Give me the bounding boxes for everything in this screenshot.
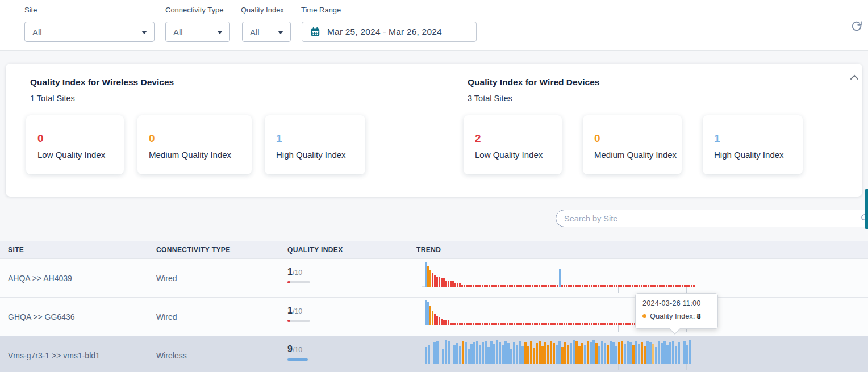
quality-summary-panel: Quality Index for Wireless Devices 1 Tot…	[6, 64, 862, 197]
wireless-medium-count: 0	[149, 132, 252, 145]
time-range-picker[interactable]: Mar 25, 2024 - Mar 26, 2024	[302, 22, 477, 42]
wireless-low-count: 0	[37, 132, 124, 145]
time-range-label: Time Range	[301, 6, 341, 14]
wireless-high-quality-card: 1 High Quality Index	[265, 115, 365, 174]
tooltip-datetime: 2024-03-26 11:00	[642, 299, 711, 307]
axis-tick	[550, 364, 550, 370]
quality-progress-fill	[287, 320, 290, 322]
quality-max: /10	[293, 346, 302, 354]
wireless-high-label: High Quality Index	[276, 150, 365, 160]
column-header-connectivity: CONNECTIVITY TYPE	[156, 241, 231, 258]
site-select-value: All	[25, 27, 42, 37]
site-cell: AHQA >> AH4039	[8, 259, 72, 298]
tooltip-value-line: Quality Index: 8	[642, 312, 711, 320]
chart-tooltip: 2024-03-26 11:00 Quality Index: 8	[635, 293, 718, 329]
column-header-trend: TREND	[416, 241, 441, 258]
axis-tick	[618, 364, 619, 370]
wireless-low-quality-card: 0 Low Quality Index	[26, 115, 124, 174]
axis-tick	[686, 364, 687, 370]
series-dot-icon	[642, 314, 646, 318]
wireless-medium-label: Medium Quality Index	[149, 150, 252, 160]
quality-value: 1	[287, 306, 293, 315]
table-row[interactable]: Vms-g7r3-1 >> vms1-bld1 Wireless 9/10	[0, 336, 868, 372]
axis-tick	[482, 364, 482, 370]
wired-total-sites: 3 Total Sites	[468, 94, 512, 103]
panel-divider	[443, 86, 443, 176]
search-input[interactable]	[556, 210, 868, 227]
quality-max: /10	[293, 307, 302, 315]
tooltip-arrow	[670, 328, 680, 333]
table-header: SITE CONNECTIVITY TYPE QUALITY INDEX TRE…	[0, 241, 868, 258]
connectivity-filter-label: Connectivity Type	[165, 6, 223, 14]
refresh-icon[interactable]	[850, 20, 863, 32]
wireless-low-label: Low Quality Index	[37, 150, 124, 160]
connectivity-select[interactable]: All	[165, 22, 230, 42]
axis-tick	[550, 325, 550, 332]
filter-bar: Site Connectivity Type Quality Index Tim…	[0, 0, 868, 51]
axis-tick	[482, 287, 482, 293]
wired-low-label: Low Quality Index	[475, 150, 562, 160]
quality-progress-track	[287, 281, 310, 283]
quality-max: /10	[293, 269, 302, 277]
wireless-panel-title: Quality Index for Wireless Devices	[30, 77, 174, 87]
wired-high-quality-card: 1 High Quality Index	[703, 115, 803, 174]
sites-table: SITE CONNECTIVITY TYPE QUALITY INDEX TRE…	[0, 241, 868, 372]
connectivity-cell: Wired	[156, 298, 177, 336]
quality-progress-fill	[287, 358, 308, 361]
caret-down-icon	[217, 31, 223, 34]
site-cell: Vms-g7r3-1 >> vms1-bld1	[8, 336, 100, 372]
connectivity-select-value: All	[166, 27, 183, 37]
wireless-medium-quality-card: 0 Medium Quality Index	[137, 115, 252, 174]
axis-tick	[686, 287, 687, 293]
site-select[interactable]: All	[24, 22, 155, 42]
quality-progress-fill	[287, 281, 290, 283]
column-header-site: SITE	[8, 241, 24, 258]
connectivity-cell: Wired	[156, 259, 177, 298]
axis-tick	[618, 287, 619, 293]
wired-high-count: 1	[714, 132, 803, 145]
quality-select[interactable]: All	[242, 22, 291, 42]
quality-index-cell: 1/10	[287, 267, 310, 283]
trend-cell[interactable]	[416, 259, 703, 298]
site-filter-label: Site	[24, 6, 37, 14]
caret-down-icon	[278, 31, 283, 34]
quality-index-cell: 1/10	[287, 306, 310, 322]
connectivity-cell: Wireless	[156, 336, 187, 372]
table-row[interactable]: AHQA >> AH4039 Wired 1/10	[0, 258, 868, 297]
chevron-up-icon[interactable]	[848, 72, 861, 83]
axis-tick	[550, 287, 550, 293]
wired-medium-label: Medium Quality Index	[594, 150, 682, 160]
quality-select-value: All	[243, 27, 260, 37]
vertical-scrollbar-thumb[interactable]	[865, 189, 868, 229]
quality-filter-label: Quality Index	[241, 6, 284, 14]
quality-value: 9	[287, 344, 293, 354]
quality-progress-track	[287, 358, 310, 361]
calendar-icon	[310, 27, 320, 37]
quality-value: 1	[287, 267, 293, 277]
caret-down-icon	[141, 31, 147, 34]
wired-high-label: High Quality Index	[714, 150, 803, 160]
table-row[interactable]: GHQA >> GG6436 Wired 1/10	[0, 297, 868, 336]
wireless-high-count: 1	[276, 132, 365, 145]
trend-cell[interactable]	[416, 336, 703, 372]
wired-medium-count: 0	[594, 132, 682, 145]
quality-index-cell: 9/10	[287, 344, 310, 361]
time-range-value: Mar 25, 2024 - Mar 26, 2024	[327, 27, 442, 37]
site-cell: GHQA >> GG6436	[8, 298, 75, 336]
wired-medium-quality-card: 0 Medium Quality Index	[583, 115, 682, 174]
wireless-total-sites: 1 Total Sites	[30, 94, 75, 103]
wired-panel-title: Quality Index for Wired Devices	[468, 77, 599, 87]
search-container	[556, 210, 868, 227]
wired-low-count: 2	[475, 132, 562, 145]
trend-sparkline	[425, 339, 692, 364]
axis-tick	[482, 325, 482, 332]
tooltip-label: Quality Index:	[650, 312, 695, 320]
tooltip-value: 8	[697, 312, 701, 320]
column-header-quality: QUALITY INDEX	[287, 241, 343, 258]
trend-sparkline	[425, 262, 695, 287]
quality-progress-track	[287, 320, 310, 322]
wired-low-quality-card: 2 Low Quality Index	[464, 115, 562, 174]
axis-tick	[618, 325, 619, 332]
